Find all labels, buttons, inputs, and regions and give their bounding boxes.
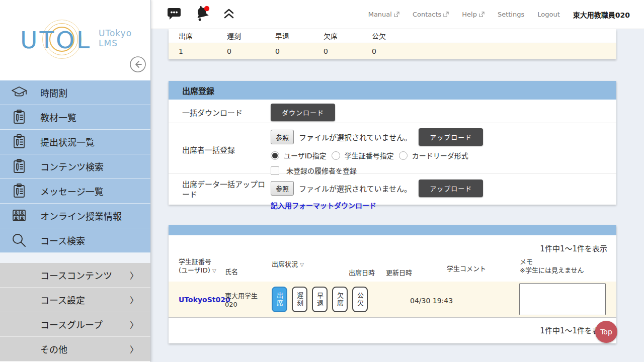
summary-header-row: 出席 遅刻 早退 欠席 公欠 [169,29,616,43]
external-link-icon [394,12,399,17]
external-link-icon [479,12,485,17]
sidebar-collapse-button[interactable] [129,56,146,73]
table-header-row: 学生証番号 (ユーザID) ▽ 氏名 出席状況 ▽ 出席日時 更新日時 学生コメ… [169,253,616,282]
page: UTOL UTokyo LMS 時間割 [0,0,644,362]
sidebar-item-course-group[interactable]: コースグループ 〉 [0,312,150,337]
upload-button[interactable]: アップロード [419,128,483,146]
column-name: 氏名 [225,266,238,276]
column-update-date: 更新日時 [386,267,412,277]
data-upload-label: 出席データ一括アップロード [169,173,271,205]
sidebar-item-label: オンライン授業情報 [40,209,122,222]
data-upload-row: 出席データ一括アップロード 参照 ファイルが選択されていません。 アップロード … [169,173,616,205]
user-name: 東大用教職員020 [573,10,630,20]
no-file-text: ファイルが選択されていません。 [299,183,412,194]
radio-dot-icon [332,151,340,160]
top-header: Manual Contacts Help Settings Logout 東大 [151,0,644,29]
column-student-comment: 学生コメント [447,263,486,273]
sort-icon[interactable]: ▽ [212,268,216,274]
column-status[interactable]: 出席状況 ▽ [272,259,304,268]
sidebar-item-course-search[interactable]: コース検索 [0,228,150,253]
clipboard-icon [10,158,28,175]
format-download-link[interactable]: 記入用フォーマットダウンロード [271,200,376,210]
online-class-icon [10,208,28,224]
sidebar-item-label: 時間割 [40,86,67,99]
summary-header: 早退 [265,31,313,41]
sort-icon[interactable]: ▽ [300,262,304,267]
table-row: UTokyoSt020 東大用学生020 出席 遅刻 早退 欠席 公欠 04/3… [169,282,616,318]
sidebar-item-timetable[interactable]: 時間割 [0,80,150,105]
radio-student-card-number[interactable]: 学生証番号指定 [332,150,394,160]
sidebar-item-online-class[interactable]: オンライン授業情報 [0,204,150,228]
status-button-excused[interactable]: 公欠 [352,287,368,312]
collapse-up-icon[interactable] [222,7,235,22]
memo-textarea[interactable] [519,283,606,315]
attendance-summary-table: 出席 遅刻 早退 欠席 公欠 1 0 0 0 0 [169,29,616,59]
student-id-link[interactable]: UTokyoSt020 [179,296,230,304]
summary-value: 0 [217,47,265,55]
no-file-text: ファイルが選択されていません。 [299,132,412,142]
status-button-present[interactable]: 出席 [272,287,287,312]
chevron-right-icon: 〉 [130,343,138,355]
sidebar-item-others[interactable]: その他 〉 [0,337,150,361]
result-count-top: 1件中1〜1件を表示 [169,235,616,253]
attendance-registration-panel: 出席登録 一括ダウンロード ダウンロード 出席者一括登録 参照 ファイルが選択さ… [169,81,616,205]
manual-link[interactable]: Manual [368,11,399,18]
radio-user-id[interactable]: ユーザID指定 [271,150,327,160]
clipboard-icon [10,133,28,150]
bulk-download-row: 一括ダウンロード ダウンロード [169,100,616,123]
sidebar-item-materials[interactable]: 教材一覧 [0,105,150,130]
column-student-id[interactable]: 学生証番号 (ユーザID) ▽ [179,257,216,275]
notifications-bell-icon[interactable] [193,5,211,24]
radio-dot-icon [271,151,279,160]
panel-top-bar [169,225,616,235]
sidebar-item-label: コンテンツ検索 [40,160,104,173]
summary-header: 公欠 [362,31,410,41]
status-button-late[interactable]: 遅刻 [292,287,307,312]
bulk-download-label: 一括ダウンロード [169,100,271,123]
attendee-bulk-row: 出席者一括登録 参照 ファイルが選択されていません。 アップロード ユーザID指… [169,123,616,173]
logo[interactable]: UTOL UTokyo LMS [0,0,150,80]
sidebar-item-course-settings[interactable]: コース設定 〉 [0,288,150,312]
sidebar-item-label: 教材一覧 [40,111,76,124]
student-name: 東大用学生020 [225,292,269,309]
clipboard-icon [10,183,28,200]
external-link-icon [443,12,449,17]
radio-card-reader[interactable]: カードリーダ形式 [399,150,468,160]
clipboard-icon [10,109,28,126]
sidebar-item-submission-status[interactable]: 提出状況一覧 [0,130,150,154]
status-button-absent[interactable]: 欠席 [332,287,348,312]
graduation-cap-icon [10,84,28,101]
status-button-early-leave[interactable]: 早退 [312,287,328,312]
browse-button[interactable]: 参照 [271,130,294,144]
contacts-link[interactable]: Contacts [413,11,449,18]
summary-value: 0 [265,47,313,55]
help-link[interactable]: Help [462,11,485,18]
summary-header: 遅刻 [217,31,265,41]
sidebar-item-content-search[interactable]: コンテンツ検索 [0,154,150,179]
summary-value: 0 [362,47,410,55]
summary-value-row: 1 0 0 0 0 [169,43,616,59]
column-memo: メモ ※学生には見えません [520,257,584,275]
sidebar-item-messages[interactable]: メッセージ一覧 [0,179,150,204]
attendee-bulk-label: 出席者一括登録 [169,123,271,173]
sidebar-item-label: メッセージ一覧 [40,185,104,198]
browse-button[interactable]: 参照 [271,181,294,196]
column-attend-date: 出席日時 [349,267,375,277]
sidebar-item-course-contents[interactable]: コースコンテンツ 〉 [0,263,150,288]
logout-link[interactable]: Logout [537,11,560,18]
settings-link[interactable]: Settings [498,11,524,18]
chevron-right-icon: 〉 [130,269,138,282]
scroll-top-button[interactable]: Top [595,321,617,343]
status-button-group: 出席 遅刻 早退 欠席 公欠 [272,287,368,312]
download-button[interactable]: ダウンロード [271,104,335,121]
summary-header: 出席 [169,31,217,41]
messages-icon[interactable] [166,6,182,23]
chevron-right-icon: 〉 [130,318,138,331]
arrow-left-circle-icon [129,56,146,73]
upload-button[interactable]: アップロード [419,179,483,197]
logo-subtitle: UTokyo LMS [99,28,132,48]
student-attendance-panel: 1件中1〜1件を表示 学生証番号 (ユーザID) ▽ 氏名 出席状況 ▽ 出席日… [169,225,616,343]
sidebar-item-label: 提出状況一覧 [40,135,95,148]
attendance-datetime: 04/30 19:43 [410,297,453,305]
summary-value: 0 [313,47,362,55]
